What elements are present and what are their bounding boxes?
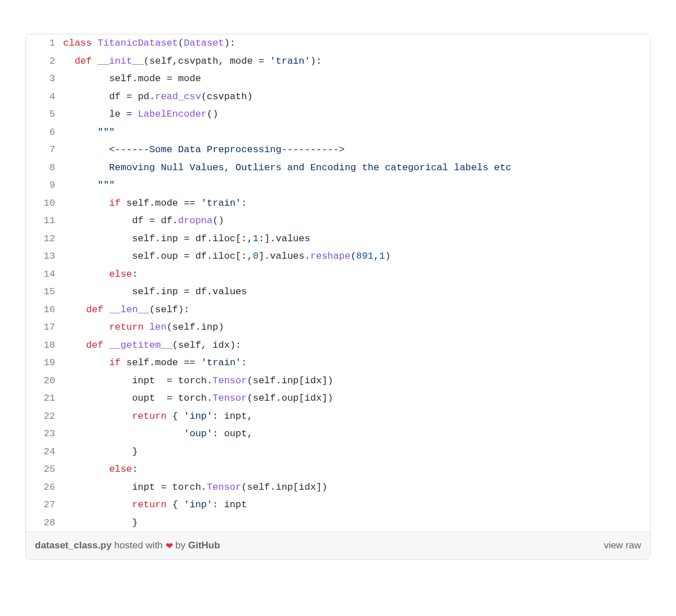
code-line: 5 le = LabelEncoder() xyxy=(26,105,650,123)
filename-link[interactable]: dataset_class.py xyxy=(35,540,112,551)
code-cell: def __len__(self): xyxy=(63,301,650,319)
code-cell: le = LabelEncoder() xyxy=(63,105,650,123)
code-line: 2 def __init__(self,csvpath, mode = 'tra… xyxy=(26,52,650,70)
code-line: 7 <------Some Data Preprocessing--------… xyxy=(26,141,650,159)
code-line: 27 return { 'inp': inpt xyxy=(26,496,650,514)
code-line: 16 def __len__(self): xyxy=(26,301,650,319)
code-cell: 'oup': oupt, xyxy=(63,425,650,443)
line-number[interactable]: 10 xyxy=(26,194,63,212)
line-number[interactable]: 9 xyxy=(26,176,63,194)
code-cell: def __init__(self,csvpath, mode = 'train… xyxy=(63,52,650,70)
code-cell: return { 'inp': inpt, xyxy=(63,407,650,426)
line-number[interactable]: 14 xyxy=(26,265,63,283)
line-number[interactable]: 25 xyxy=(26,460,63,478)
code-line: 12 self.inp = df.iloc[:,1:].values xyxy=(26,230,650,248)
code-line: 24 } xyxy=(26,443,650,461)
code-cell: self.inp = df.values xyxy=(63,283,650,301)
github-link[interactable]: GitHub xyxy=(188,540,220,551)
line-number[interactable]: 18 xyxy=(26,336,63,354)
code-cell: """ xyxy=(63,123,650,141)
code-table: 1class TitanicDataset(Dataset):2 def __i… xyxy=(26,34,650,531)
code-cell: else: xyxy=(63,265,650,283)
view-raw-link[interactable]: view raw xyxy=(604,540,641,551)
code-line: 11 df = df.dropna() xyxy=(26,212,650,230)
by-text: by xyxy=(173,540,188,551)
code-line: 9 """ xyxy=(26,176,650,194)
code-line: 23 'oup': oupt, xyxy=(26,425,650,443)
line-number[interactable]: 13 xyxy=(26,247,63,265)
code-cell: inpt = torch.Tensor(self.inp[idx]) xyxy=(63,372,650,390)
line-number[interactable]: 22 xyxy=(26,407,63,426)
code-line: 8 Removing Null Values, Outliers and Enc… xyxy=(26,159,650,177)
line-number[interactable]: 15 xyxy=(26,283,63,301)
code-cell: return { 'inp': inpt xyxy=(63,496,650,514)
code-line: 21 oupt = torch.Tensor(self.oup[idx]) xyxy=(26,389,650,407)
line-number[interactable]: 17 xyxy=(26,318,63,336)
line-number[interactable]: 3 xyxy=(26,70,63,88)
code-cell: if self.mode == 'train': xyxy=(63,194,650,212)
line-number[interactable]: 16 xyxy=(26,301,63,319)
line-number[interactable]: 27 xyxy=(26,496,63,514)
code-line: 19 if self.mode == 'train': xyxy=(26,354,650,372)
code-line: 20 inpt = torch.Tensor(self.inp[idx]) xyxy=(26,372,650,390)
code-cell: Removing Null Values, Outliers and Encod… xyxy=(63,159,650,177)
code-cell: oupt = torch.Tensor(self.oup[idx]) xyxy=(63,389,650,407)
gist-container: 1class TitanicDataset(Dataset):2 def __i… xyxy=(25,34,651,560)
line-number[interactable]: 7 xyxy=(26,141,63,159)
line-number[interactable]: 21 xyxy=(26,389,63,407)
code-line: 6 """ xyxy=(26,123,650,141)
code-line: 4 df = pd.read_csv(csvpath) xyxy=(26,88,650,106)
line-number[interactable]: 2 xyxy=(26,52,63,70)
code-cell: if self.mode == 'train': xyxy=(63,354,650,372)
line-number[interactable]: 24 xyxy=(26,443,63,461)
line-number[interactable]: 23 xyxy=(26,425,63,443)
code-cell: inpt = torch.Tensor(self.inp[idx]) xyxy=(63,478,650,497)
heart-icon: ❤ xyxy=(166,541,173,551)
code-line: 25 else: xyxy=(26,460,650,478)
code-cell: else: xyxy=(63,460,650,478)
line-number[interactable]: 4 xyxy=(26,88,63,106)
code-cell: <------Some Data Preprocessing----------… xyxy=(63,141,650,159)
code-cell: return len(self.inp) xyxy=(63,318,650,336)
line-number[interactable]: 11 xyxy=(26,212,63,230)
hosted-with-text: hosted with xyxy=(112,540,165,551)
code-cell: self.inp = df.iloc[:,1:].values xyxy=(63,230,650,248)
code-line: 10 if self.mode == 'train': xyxy=(26,194,650,212)
line-number[interactable]: 6 xyxy=(26,123,63,141)
code-line: 14 else: xyxy=(26,265,650,283)
code-line: 13 self.oup = df.iloc[:,0].values.reshap… xyxy=(26,247,650,265)
code-cell: def __getitem__(self, idx): xyxy=(63,336,650,354)
code-cell: } xyxy=(63,443,650,461)
code-cell: class TitanicDataset(Dataset): xyxy=(63,34,650,52)
code-line: 28 } xyxy=(26,514,650,532)
code-line: 3 self.mode = mode xyxy=(26,70,650,88)
code-line: 1class TitanicDataset(Dataset): xyxy=(26,34,650,52)
code-cell: self.oup = df.iloc[:,0].values.reshape(8… xyxy=(63,247,650,265)
code-cell: self.mode = mode xyxy=(63,70,650,88)
line-number[interactable]: 1 xyxy=(26,34,63,52)
code-line: 22 return { 'inp': inpt, xyxy=(26,407,650,426)
line-number[interactable]: 8 xyxy=(26,159,63,177)
line-number[interactable]: 28 xyxy=(26,514,63,532)
line-number[interactable]: 12 xyxy=(26,230,63,248)
code-cell: df = pd.read_csv(csvpath) xyxy=(63,88,650,106)
code-line: 15 self.inp = df.values xyxy=(26,283,650,301)
line-number[interactable]: 20 xyxy=(26,372,63,390)
code-line: 17 return len(self.inp) xyxy=(26,318,650,336)
line-number[interactable]: 5 xyxy=(26,105,63,123)
code-cell: } xyxy=(63,514,650,532)
code-cell: df = df.dropna() xyxy=(63,212,650,230)
code-line: 26 inpt = torch.Tensor(self.inp[idx]) xyxy=(26,478,650,497)
gist-meta: dataset_class.py hosted with ❤ by GitHub… xyxy=(26,531,650,559)
line-number[interactable]: 19 xyxy=(26,354,63,372)
code-line: 18 def __getitem__(self, idx): xyxy=(26,336,650,354)
line-number[interactable]: 26 xyxy=(26,478,63,497)
code-cell: """ xyxy=(63,176,650,194)
meta-left: dataset_class.py hosted with ❤ by GitHub xyxy=(35,540,220,551)
